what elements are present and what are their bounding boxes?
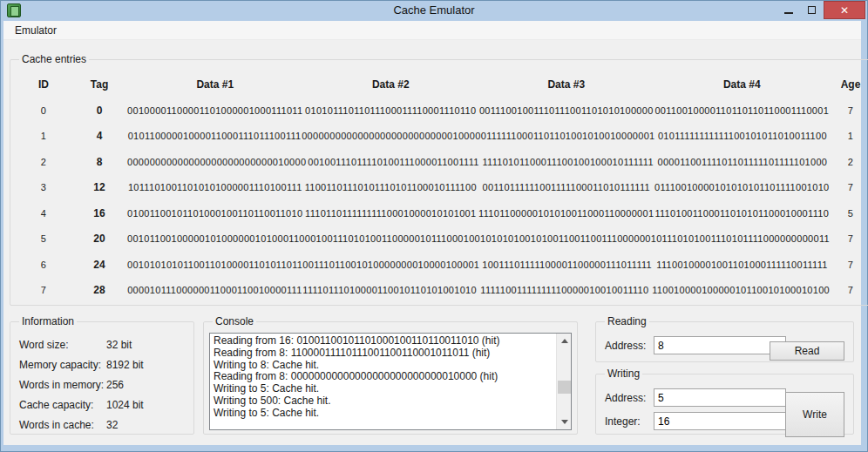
minimize-icon (784, 12, 793, 14)
cell-data1: 00100001100001101000001000111011 (127, 105, 303, 116)
writing-integer-input[interactable] (654, 412, 786, 430)
table-row: 6240010101010110011010000110101101100111… (16, 252, 868, 278)
info-value: 32 (106, 419, 118, 431)
cell-data3: 10101010010100110011001110000001 (480, 233, 656, 244)
console-line: Writing to 500: Cache hit. (214, 395, 553, 408)
cell-data3: 01111110001101101001010010000001 (481, 131, 655, 141)
writing-group: Writing Address: Integer: Write (595, 368, 854, 435)
console-output[interactable]: Reading from 16: 01001100101101000100110… (209, 333, 572, 430)
cell-id: 0 (16, 105, 71, 116)
info-label: Memory capacity: (19, 359, 106, 371)
cell-id: 6 (16, 260, 71, 270)
scroll-up-button[interactable] (557, 334, 572, 348)
cell-data1: 10111010011010101000001110100111 (127, 182, 303, 192)
cell-id: 5 (16, 233, 71, 244)
cell-id: 2 (16, 157, 71, 167)
info-value: 8192 bit (106, 359, 144, 371)
console-line: Reading from 16: 01001100101101000100110… (214, 335, 553, 347)
cell-data2: 01010111011011100011110001110110 (303, 105, 479, 116)
cell-age: 7 (830, 182, 868, 192)
cell-tag: 28 (71, 284, 127, 296)
column-header: Data #3 (478, 78, 654, 91)
console-line: Reading from 8: 000000000000000000000000… (214, 371, 553, 383)
information-title: Information (19, 315, 77, 327)
menu-item-emulator[interactable]: Emulator (10, 23, 62, 38)
cache-entries-title: Cache entries (19, 53, 89, 65)
cell-data1: 01001100101101000100110110011010 (127, 208, 303, 219)
writing-integer-label: Integer: (605, 415, 654, 428)
read-button[interactable]: Read (770, 341, 844, 361)
info-label: Cache capacity: (19, 399, 106, 411)
maximize-icon (808, 6, 816, 14)
info-row: Word size:32 bit (16, 339, 188, 351)
info-row: Cache capacity:1024 bit (16, 399, 188, 411)
close-button[interactable]: ✕ (824, 1, 865, 19)
cell-data2: 00100111010100110000010111000100 (305, 233, 480, 244)
cell-age: 7 (830, 233, 868, 244)
cell-data2: 11001101110101110101100010111100 (303, 182, 479, 192)
cell-data1: 01011000001000011000111011100111 (127, 131, 302, 141)
cell-data2: 11110111010000110010110101001010 (302, 285, 478, 295)
scroll-down-icon (561, 420, 568, 424)
table-row: 0000100001100001101000001000111011010101… (16, 98, 868, 124)
window: Cache Emulator ✕ Emulator Cache entries … (0, 0, 868, 452)
cell-age: 5 (830, 208, 868, 219)
cell-data2: 00000000000000000000000000010000 (302, 131, 480, 141)
console-group: Console Reading from 16: 010011001011010… (203, 315, 578, 435)
cell-age: 2 (830, 157, 868, 167)
cell-data4: 00001100111101101111101111101000 (655, 157, 830, 167)
cell-age: 7 (830, 285, 868, 295)
reading-address-input[interactable] (654, 336, 786, 354)
minimize-button[interactable] (776, 1, 800, 19)
cell-data3: 11111001111111110000010010011110 (478, 285, 653, 295)
scrollbar-thumb[interactable] (558, 381, 571, 394)
scroll-down-button[interactable] (557, 415, 572, 429)
cell-tag: 16 (71, 207, 127, 219)
table-row: 5200010110010000010100000010100011000100… (16, 226, 868, 253)
cell-data4: 01011111111111100101011010011100 (655, 131, 830, 141)
cell-data1: 00001011100000011000110010000111 (127, 285, 302, 295)
column-header: Age (830, 78, 868, 91)
console-line: Writing to 5: Cache hit. (214, 383, 553, 395)
cell-data3: 11101100000101010011000110000001 (478, 208, 654, 219)
reading-title: Reading (605, 315, 649, 327)
console-title: Console (213, 315, 256, 327)
cell-data1: 00101100100000101000000101000110 (127, 233, 305, 244)
info-label: Words in memory: (19, 379, 106, 391)
table-header-row: IDTagData #1Data #2Data #3Data #4Age (16, 71, 868, 98)
info-value: 32 bit (106, 339, 132, 351)
console-line: Reading from 8: 110000111101110011001100… (214, 347, 553, 360)
cell-data2: 00111011001010000000010000100001 (302, 260, 479, 270)
info-row: Memory capacity:8192 bit (16, 359, 188, 371)
info-row: Words in memory:256 (16, 379, 188, 391)
write-button[interactable]: Write (785, 392, 844, 437)
cell-age: 7 (830, 105, 868, 116)
cell-age: 7 (830, 260, 868, 270)
cell-tag: 4 (71, 130, 127, 142)
console-line: Writing to 8: Cache hit. (214, 360, 553, 372)
maximize-button[interactable] (800, 1, 824, 19)
info-value: 1024 bit (106, 399, 144, 411)
console-scrollbar[interactable] (556, 334, 571, 429)
cell-data4: 00110010000110110110110001110001 (654, 105, 831, 116)
cell-tag: 20 (71, 233, 127, 245)
column-header: ID (16, 78, 71, 91)
titlebar[interactable]: Cache Emulator ✕ (1, 1, 867, 21)
cell-id: 1 (16, 131, 71, 141)
reading-address-label: Address: (605, 340, 654, 352)
cache-table: IDTagData #1Data #2Data #3Data #4Age 000… (16, 69, 868, 303)
table-row: 3121011101001101010100000111010011111001… (16, 175, 868, 201)
column-header: Data #4 (654, 78, 831, 91)
cell-data3: 00110111111001111100011010111111 (478, 182, 654, 192)
cell-data3: 11110101100011100100100010111111 (481, 157, 655, 167)
table-row: 1401011000001000011000111011100111000000… (16, 124, 868, 150)
cell-data4: 11001000010000010110010100010100 (652, 285, 830, 295)
writing-address-input[interactable] (654, 388, 786, 407)
column-header: Tag (71, 78, 127, 91)
cell-data4: 11101001100011010101100010001110 (654, 208, 831, 219)
cell-data4: 01110010000101010101101111001010 (654, 182, 831, 192)
table-row: 7280000101110000001100011001000011111110… (16, 278, 868, 304)
cache-entries-group: Cache entries IDTagData #1Data #2Data #3… (10, 53, 868, 306)
info-value: 256 (106, 379, 124, 391)
cell-data1: 00101010101100110100001101011011 (127, 260, 302, 270)
